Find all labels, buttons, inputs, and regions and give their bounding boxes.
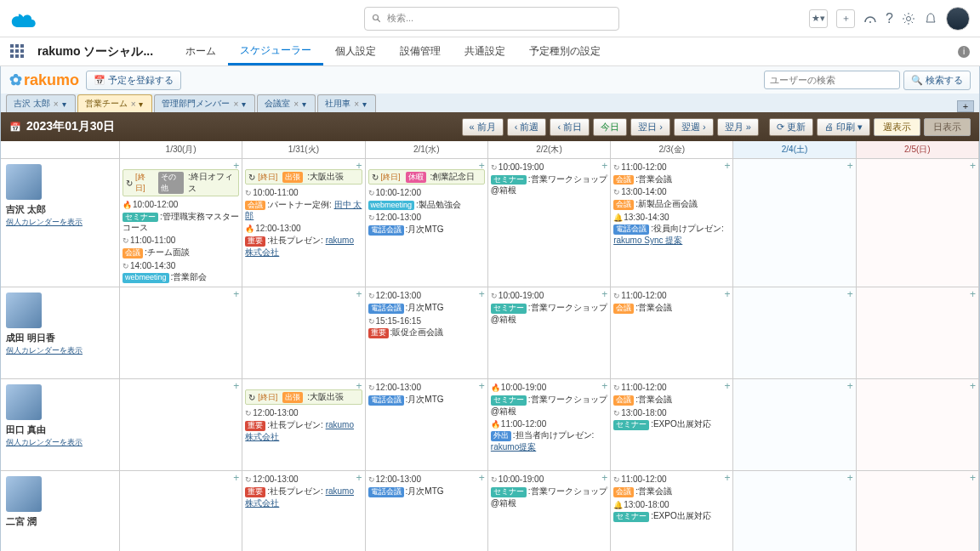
next-week-button[interactable]: 翌週 › xyxy=(674,118,714,136)
add-event-icon[interactable]: + xyxy=(847,160,853,172)
app-launcher-icon[interactable] xyxy=(10,44,26,60)
add-event-icon[interactable]: + xyxy=(724,472,730,484)
event[interactable]: 10:00-19:00セミナー:営業ワークショップ @箱根 xyxy=(491,162,607,196)
event[interactable]: 13:00-14:00会議:新製品企画会議 xyxy=(613,186,730,209)
event[interactable]: 11:00-12:00会議:営業会議 xyxy=(613,290,730,313)
event[interactable]: 11:00-12:00会議:営業会議 xyxy=(613,162,730,185)
add-event-icon[interactable]: + xyxy=(356,288,362,300)
sf-tab-2[interactable]: 個人設定 xyxy=(323,37,388,65)
rk-tab-1[interactable]: 営業チーム × ▾ xyxy=(77,94,153,112)
add-event-icon[interactable]: + xyxy=(479,288,485,300)
day-cell[interactable]: +↻ [終日]出張:大阪出張10:00-11:00会議:パートナー定例: 田中 … xyxy=(242,159,365,287)
add-event-icon[interactable]: + xyxy=(601,472,607,484)
next-day-button[interactable]: 翌日 › xyxy=(630,118,670,136)
day-cell[interactable]: +↻ [終日]休暇:創業記念日10:00-12:00webmeeting:製品勉… xyxy=(366,159,488,287)
user-avatar[interactable] xyxy=(946,7,970,31)
print-button[interactable]: 🖨 印刷 ▾ xyxy=(817,118,870,136)
prev-month-button[interactable]: « 前月 xyxy=(462,118,504,136)
add-event-icon[interactable]: + xyxy=(847,288,853,300)
event[interactable]: 11:00-11:00会議:チーム面談 xyxy=(122,235,239,258)
info-icon[interactable]: i xyxy=(958,46,970,58)
event[interactable]: 10:00-19:00セミナー:営業ワークショップ @箱根 xyxy=(491,474,607,508)
add-event-icon[interactable]: + xyxy=(233,472,239,484)
day-cell[interactable]: +12:00-13:00電話会議:月次MTG xyxy=(366,471,488,551)
close-tab-icon[interactable]: × xyxy=(233,99,238,109)
add-event-icon[interactable]: + xyxy=(970,472,976,484)
add-event-icon[interactable]: + xyxy=(479,472,485,484)
sf-tab-0[interactable]: ホーム xyxy=(174,37,228,65)
update-button[interactable]: ⟳ 更新 xyxy=(769,118,813,136)
rk-tab-2[interactable]: 管理部門メンバー × ▾ xyxy=(154,94,255,112)
day-cell[interactable]: +10:00-19:00セミナー:営業ワークショップ @箱根 xyxy=(488,159,611,287)
favorites-icon[interactable]: ★▾ xyxy=(809,9,828,28)
user-calendar-link[interactable]: 個人カレンダーを表示 xyxy=(6,218,83,226)
add-event-icon[interactable]: + xyxy=(970,380,976,392)
day-cell[interactable]: +11:00-12:00会議:営業会議13:00-18:00セミナー:EXPO出… xyxy=(611,471,733,551)
day-cell[interactable]: +11:00-12:00会議:営業会議13:00-14:00会議:新製品企画会議… xyxy=(611,159,733,287)
allday-event[interactable]: ↻ [終日]休暇:創業記念日 xyxy=(368,169,485,185)
day-cell[interactable]: + xyxy=(733,471,856,551)
add-event-icon[interactable]: + xyxy=(233,380,239,392)
event[interactable]: 14:00-14:30webmeeting:営業部会 xyxy=(122,260,239,283)
week-view-toggle[interactable]: 週表示 xyxy=(874,118,920,136)
close-tab-icon[interactable]: × xyxy=(54,99,59,109)
close-tab-icon[interactable]: × xyxy=(131,99,136,109)
day-cell[interactable]: + xyxy=(242,287,365,379)
event[interactable]: 10:00-11:00会議:パートナー定例: 田中 太郎 xyxy=(245,187,362,221)
add-event-icon[interactable]: + xyxy=(233,160,239,172)
event[interactable]: 11:00-12:00外出:担当者向けプレゼン: rakumo提案 xyxy=(491,418,607,452)
event[interactable]: 10:00-12:00webmeeting:製品勉強会 xyxy=(368,187,485,210)
close-tab-icon[interactable]: × xyxy=(354,99,359,109)
event[interactable]: 12:00-13:00重要:社長プレゼン: rakumo株式会社 xyxy=(245,474,362,508)
close-tab-icon[interactable]: × xyxy=(293,99,299,109)
prev-week-button[interactable]: ‹ 前週 xyxy=(507,118,547,136)
day-cell[interactable]: +11:00-12:00会議:営業会議13:00-18:00セミナー:EXPO出… xyxy=(611,379,733,471)
day-view-toggle[interactable]: 日表示 xyxy=(924,118,971,136)
add-event-icon[interactable]: + xyxy=(601,380,607,392)
next-month-button[interactable]: 翌月 » xyxy=(717,118,759,136)
add-event-icon[interactable]: + xyxy=(479,160,485,172)
sf-tab-3[interactable]: 設備管理 xyxy=(388,37,453,65)
event[interactable]: 13:00-18:00セミナー:EXPO出展対応 xyxy=(613,499,730,522)
day-cell[interactable]: +↻ [終日]出張:大阪出張12:00-13:00重要:社長プレゼン: raku… xyxy=(242,379,365,471)
user-search-input[interactable] xyxy=(764,71,900,89)
day-cell[interactable]: +12:00-13:00電話会議:月次MTG xyxy=(366,379,488,471)
day-cell[interactable]: +10:00-19:00セミナー:営業ワークショップ @箱根11:00-12:0… xyxy=(488,379,611,471)
add-event-icon[interactable]: + xyxy=(847,472,853,484)
allday-event[interactable]: ↻ [終日]その他:終日オフィス xyxy=(122,169,239,196)
add-event-icon[interactable]: + xyxy=(724,380,730,392)
add-icon[interactable]: ＋ xyxy=(836,9,855,28)
day-cell[interactable]: +12:00-13:00電話会議:月次MTG15:15-16:15重要:販促企画… xyxy=(366,287,488,379)
event[interactable]: 12:00-13:00電話会議:月次MTG xyxy=(368,212,485,235)
event[interactable]: 12:00-13:00重要:社長プレゼン: rakumo株式会社 xyxy=(245,407,362,441)
day-cell[interactable]: + xyxy=(857,471,979,551)
day-cell[interactable]: + xyxy=(733,287,856,379)
gauge-icon[interactable] xyxy=(863,12,877,26)
day-cell[interactable]: + xyxy=(120,287,242,379)
add-event-icon[interactable]: + xyxy=(356,160,362,172)
allday-event[interactable]: ↻ [終日]出張:大阪出張 xyxy=(245,169,362,185)
day-cell[interactable]: + xyxy=(120,379,242,471)
add-event-icon[interactable]: + xyxy=(356,380,362,392)
user-calendar-link[interactable]: 個人カレンダーを表示 xyxy=(6,438,83,446)
gear-icon[interactable] xyxy=(902,12,915,26)
register-event-button[interactable]: 📅 予定を登録する xyxy=(86,71,181,90)
event[interactable]: 12:00-13:00電話会議:月次MTG xyxy=(368,474,485,497)
add-event-icon[interactable]: + xyxy=(233,288,239,300)
add-tab-button[interactable]: + xyxy=(957,100,974,112)
add-event-icon[interactable]: + xyxy=(724,160,730,172)
day-cell[interactable]: +↻ [終日]その他:終日オフィス10:00-12:00セミナー:管理職実務マス… xyxy=(120,159,242,287)
sf-tab-1[interactable]: スケジューラー xyxy=(228,37,323,65)
day-cell[interactable]: + xyxy=(857,287,979,379)
sf-tab-5[interactable]: 予定種別の設定 xyxy=(517,37,612,65)
add-event-icon[interactable]: + xyxy=(601,288,607,300)
day-cell[interactable]: +12:00-13:00重要:社長プレゼン: rakumo株式会社 xyxy=(242,471,365,551)
allday-event[interactable]: ↻ [終日]出張:大阪出張 xyxy=(245,389,362,405)
user-calendar-link[interactable]: 個人カレンダーを表示 xyxy=(6,346,83,355)
add-event-icon[interactable]: + xyxy=(356,472,362,484)
day-cell[interactable]: + xyxy=(857,159,979,287)
day-cell[interactable]: + xyxy=(733,379,856,471)
day-cell[interactable]: + xyxy=(120,471,242,551)
global-search[interactable]: 検索... xyxy=(364,7,619,31)
add-event-icon[interactable]: + xyxy=(970,288,976,300)
